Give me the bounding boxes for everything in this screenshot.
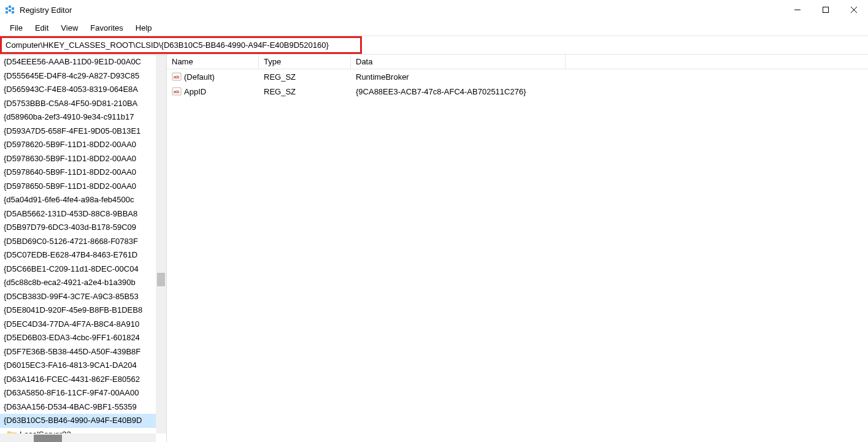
value-row[interactable]: abAppIDREG_SZ{9CA88EE3-ACB7-47c8-AFC4-AB… <box>167 84 868 99</box>
tree-item[interactable]: {D555645E-D4F8-4c29-A827-D93C85 <box>0 69 166 83</box>
tree-item[interactable]: {d58960ba-2ef3-4910-9e34-c911b17 <box>0 110 166 124</box>
svg-text:ab: ab <box>174 74 179 80</box>
tree-item[interactable]: {D5AB5662-131D-453D-88C8-9BBA8 <box>0 207 166 221</box>
tree-item[interactable]: {D5978630-5B9F-11D1-8DD2-00AA0 <box>0 152 166 166</box>
value-row[interactable]: ab(Default)REG_SZRuntimeBroker <box>167 69 868 84</box>
menu-file[interactable]: File <box>4 21 29 35</box>
tree-item[interactable]: {D5ED6B03-EDA3-4cbc-9FF1-601824 <box>0 331 166 345</box>
svg-rect-0 <box>6 7 8 10</box>
tree-item[interactable]: {D5E8041D-920F-45e9-B8FB-B1DEB8 <box>0 303 166 318</box>
value-name: AppID <box>184 87 206 96</box>
value-type: REG_SZ <box>259 71 351 83</box>
column-header-type[interactable]: Type <box>259 55 351 69</box>
tree-item[interactable]: {D565943C-F4E8-4053-8319-064E8A <box>0 83 166 97</box>
tree-vertical-scrollbar[interactable] <box>156 55 166 433</box>
menu-edit[interactable]: Edit <box>29 21 55 35</box>
values-header: Name Type Data <box>167 55 868 69</box>
tree-item[interactable]: {d5a04d91-6fe6-4fe4-a98a-feb4500c <box>0 193 166 207</box>
maximize-button[interactable] <box>812 0 840 20</box>
menu-bar: File Edit View Favorites Help <box>0 20 868 36</box>
menu-help[interactable]: Help <box>129 21 158 35</box>
tree-item[interactable]: {D5F7E36B-5B38-445D-A50F-439B8F <box>0 345 166 359</box>
tree-item[interactable]: {D593A7D5-658F-4FE1-9D05-0B13E1 <box>0 124 166 139</box>
svg-rect-4 <box>9 9 11 12</box>
tree-item[interactable]: {D63B10C5-BB46-4990-A94F-E40B9D <box>0 414 166 428</box>
tree-horizontal-scrollbar[interactable] <box>0 433 156 442</box>
title-bar: Registry Editor <box>0 0 868 20</box>
svg-text:ab: ab <box>174 89 179 94</box>
address-bar-container <box>0 36 868 55</box>
column-header-name[interactable]: Name <box>167 55 259 69</box>
tree-item[interactable]: {D5EC4D34-77DA-4F7A-B8C4-8A910 <box>0 318 166 332</box>
tree-item[interactable]: {D54EEE56-AAAB-11D0-9E1D-00A0C <box>0 55 166 69</box>
column-header-data[interactable]: Data <box>351 55 566 69</box>
tree-item[interactable]: {D5C07EDB-E628-47B4-8463-E761D <box>0 248 166 262</box>
address-highlight-box <box>0 36 362 54</box>
address-bar-input[interactable] <box>2 38 360 52</box>
value-name: (Default) <box>184 72 215 82</box>
tree-item[interactable]: {D63AA156-D534-4BAC-9BF1-55359 <box>0 400 166 414</box>
string-value-icon: ab <box>172 72 182 82</box>
menu-favorites[interactable]: Favorites <box>84 21 129 35</box>
values-panel: Name Type Data ab(Default)REG_SZRuntimeB… <box>167 55 868 442</box>
tree-item[interactable]: {D6015EC3-FA16-4813-9CA1-DA204 <box>0 359 166 373</box>
tree-list[interactable]: {D54EEE56-AAAB-11D0-9E1D-00A0C{D555645E-… <box>0 55 166 442</box>
minimize-button[interactable] <box>783 0 812 20</box>
tree-item[interactable]: {D5753BBB-C5A8-4F50-9D81-210BA <box>0 97 166 111</box>
regedit-icon <box>5 5 15 15</box>
tree-item[interactable]: {D63A5850-8F16-11CF-9F47-00AA00 <box>0 386 166 400</box>
svg-rect-3 <box>6 11 8 13</box>
tree-item[interactable]: {D5CB383D-99F4-3C7E-A9C3-85B53 <box>0 290 166 304</box>
window-title: Registry Editor <box>20 6 72 15</box>
tree-item[interactable]: {D5978640-5B9F-11D1-8DD2-00AA0 <box>0 166 166 180</box>
svg-rect-5 <box>12 11 14 13</box>
tree-item[interactable]: {d5c88c8b-eca2-4921-a2e4-b1a390b <box>0 276 166 290</box>
svg-rect-7 <box>823 7 829 13</box>
tree-vertical-scrollbar-thumb[interactable] <box>157 273 165 286</box>
window-controls <box>783 0 868 20</box>
svg-rect-2 <box>12 7 14 10</box>
content-area: {D54EEE56-AAAB-11D0-9E1D-00A0C{D555645E-… <box>0 55 868 442</box>
tree-item[interactable]: {D5978650-5B9F-11D1-8DD2-00AA0 <box>0 180 166 194</box>
column-header-spacer <box>566 55 868 69</box>
svg-rect-1 <box>9 6 11 8</box>
tree-item[interactable]: {D5BD69C0-5126-4721-8668-F0783F <box>0 235 166 249</box>
tree-item[interactable]: {D5C66BE1-C209-11d1-8DEC-00C04 <box>0 262 166 276</box>
tree-item[interactable]: {D5B97D79-6DC3-403d-B178-59C09 <box>0 221 166 235</box>
string-value-icon: ab <box>172 86 182 96</box>
tree-item[interactable]: {D5978620-5B9F-11D1-8DD2-00AA0 <box>0 138 166 152</box>
values-body: ab(Default)REG_SZRuntimeBrokerabAppIDREG… <box>167 69 868 99</box>
tree-panel: {D54EEE56-AAAB-11D0-9E1D-00A0C{D555645E-… <box>0 55 167 442</box>
value-data: {9CA88EE3-ACB7-47c8-AFC4-AB702511C276} <box>351 86 566 97</box>
value-data: RuntimeBroker <box>351 71 566 83</box>
tree-horizontal-scrollbar-thumb[interactable] <box>34 435 62 442</box>
tree-item[interactable]: {D63A1416-FCEC-4431-862F-E80562 <box>0 373 166 387</box>
value-type: REG_SZ <box>259 86 351 97</box>
menu-view[interactable]: View <box>55 21 84 35</box>
close-button[interactable] <box>840 0 868 20</box>
